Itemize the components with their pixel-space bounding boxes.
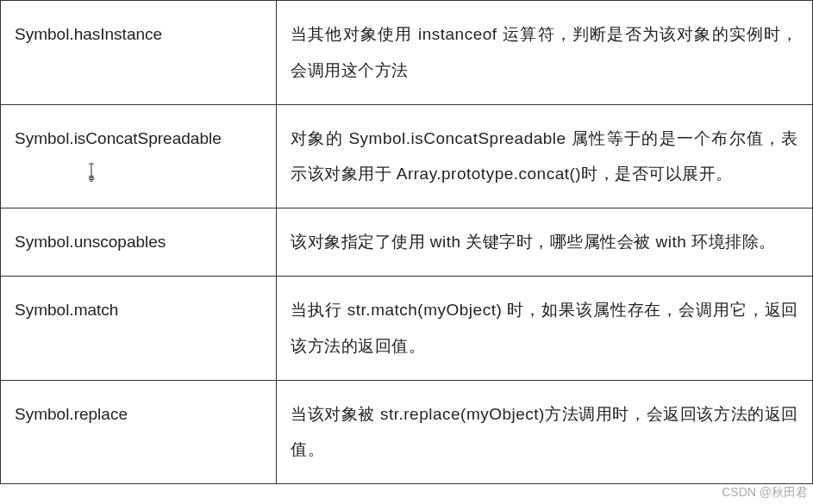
symbol-description: 当其他对象使用 instanceof 运算符，判断是否为该对象的实例时，会调用这… xyxy=(291,25,798,79)
symbol-name: Symbol.unscopables xyxy=(15,233,166,251)
symbol-name-cell: Symbol.unscopables xyxy=(1,208,277,277)
table-row: Symbol.match 当执行 str.match(myObject) 时，如… xyxy=(1,276,813,380)
symbol-description: 对象的 Symbol.isConcatSpreadable 属性等于的是一个布尔… xyxy=(291,129,798,184)
symbol-desc-cell: 当执行 str.match(myObject) 时，如果该属性存在，会调用它，返… xyxy=(277,276,813,380)
symbol-table: Symbol.hasInstance 当其他对象使用 instanceof 运算… xyxy=(0,0,813,484)
table-row: Symbol.hasInstance 当其他对象使用 instanceof 运算… xyxy=(1,1,813,105)
symbol-name: Symbol.match xyxy=(15,301,118,319)
symbol-name-cell: Symbol.match xyxy=(1,276,277,380)
symbol-description: 当该对象被 str.replace(myObject)方法调用时，会返回该方法的… xyxy=(291,405,798,459)
symbol-name-cell: Symbol.hasInstance xyxy=(1,1,277,105)
symbol-name-cell: Symbol.replace xyxy=(1,380,277,484)
symbol-desc-cell: 对象的 Symbol.isConcatSpreadable 属性等于的是一个布尔… xyxy=(277,104,813,208)
table-row: Symbol.replace 当该对象被 str.replace(myObjec… xyxy=(1,380,813,484)
symbol-desc-cell: 当其他对象使用 instanceof 运算符，判断是否为该对象的实例时，会调用这… xyxy=(277,1,813,105)
table-row: Symbol.isConcatSpreadable 对象的 Symbol.isC… xyxy=(1,104,813,208)
symbol-name-cell: Symbol.isConcatSpreadable xyxy=(1,104,277,208)
symbol-name: Symbol.hasInstance xyxy=(15,25,162,43)
symbol-desc-cell: 当该对象被 str.replace(myObject)方法调用时，会返回该方法的… xyxy=(277,380,813,484)
symbol-description: 当执行 str.match(myObject) 时，如果该属性存在，会调用它，返… xyxy=(291,301,798,355)
symbol-desc-cell: 该对象指定了使用 with 关键字时，哪些属性会被 with 环境排除。 xyxy=(277,208,813,277)
text-cursor-icon xyxy=(84,163,99,184)
watermark: CSDN @秋田君 xyxy=(722,485,808,501)
symbol-name: Symbol.isConcatSpreadable xyxy=(15,129,222,147)
table-row: Symbol.unscopables 该对象指定了使用 with 关键字时，哪些… xyxy=(1,208,813,277)
symbol-name: Symbol.replace xyxy=(15,405,128,423)
symbol-description: 该对象指定了使用 with 关键字时，哪些属性会被 with 环境排除。 xyxy=(291,233,776,251)
